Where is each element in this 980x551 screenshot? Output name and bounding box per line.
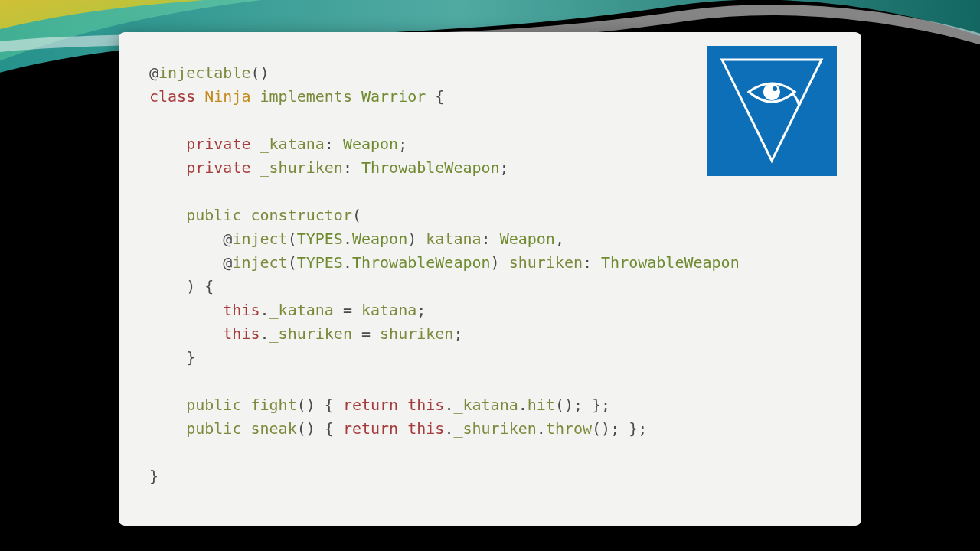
code-token — [149, 348, 186, 367]
code-token — [241, 206, 250, 224]
code-token: , — [555, 230, 564, 248]
code-token: _katana — [453, 396, 518, 414]
code-token — [250, 135, 260, 153]
code-token: : — [482, 230, 500, 248]
code-token: class — [149, 87, 195, 106]
code-token — [426, 87, 435, 106]
code-token: @ — [223, 253, 232, 272]
code-token: ; — [453, 324, 462, 343]
code-card: @injectable() class Ninja implements War… — [119, 32, 861, 526]
code-token: ) { — [186, 277, 214, 295]
code-token: public — [186, 396, 241, 414]
code-token — [195, 87, 204, 106]
code-token: ) — [407, 230, 426, 248]
code-token: katana — [361, 301, 416, 319]
code-token: sneak — [250, 419, 296, 438]
svg-rect-1 — [707, 46, 837, 176]
code-token: : — [583, 253, 601, 272]
code-token: injectable — [158, 64, 250, 82]
code-token — [149, 253, 223, 272]
code-line: } — [149, 467, 158, 485]
code-token: ( — [288, 253, 297, 272]
code-token: ( — [352, 206, 361, 224]
svg-point-4 — [773, 86, 777, 91]
code-token: . — [260, 324, 270, 343]
code-token: _katana — [270, 301, 334, 319]
code-token: TYPES — [297, 230, 343, 248]
code-token: . — [518, 396, 528, 414]
code-token: inject — [232, 230, 287, 248]
code-line: @inject(TYPES.ThrowableWeapon) shuriken:… — [149, 253, 740, 272]
code-token: _shuriken — [260, 158, 343, 177]
code-token: (); }; — [555, 396, 610, 414]
code-token: constructor — [250, 206, 351, 224]
inversifyjs-logo — [707, 46, 837, 176]
code-token: private — [186, 158, 250, 177]
code-token: ThrowableWeapon — [601, 253, 740, 272]
code-token — [149, 206, 186, 224]
code-token: ThrowableWeapon — [361, 158, 500, 177]
code-token: } — [149, 467, 158, 485]
code-token — [398, 396, 407, 414]
code-token — [149, 419, 186, 438]
svg-point-3 — [763, 83, 780, 100]
code-line: this._katana = katana; — [149, 301, 426, 319]
code-token: this — [223, 324, 260, 343]
code-token: @ — [149, 64, 158, 82]
code-token: shuriken — [380, 324, 453, 343]
code-token — [149, 277, 186, 295]
code-line: ) { — [149, 277, 214, 295]
code-token: () { — [297, 419, 343, 438]
code-token: . — [343, 253, 352, 272]
code-line: public constructor( — [149, 206, 361, 224]
code-token: this — [407, 396, 444, 414]
code-token — [149, 396, 186, 414]
code-token: fight — [250, 396, 296, 414]
code-token: ; — [500, 158, 509, 177]
code-line: @inject(TYPES.Weapon) katana: Weapon, — [149, 230, 564, 248]
code-token — [241, 419, 250, 438]
code-token: implements — [260, 87, 352, 106]
code-token: { — [435, 87, 444, 106]
code-token: = — [352, 324, 380, 343]
code-token: Weapon — [343, 135, 398, 153]
code-token: . — [537, 419, 546, 438]
code-token: @ — [223, 230, 232, 248]
code-token — [149, 158, 186, 177]
code-token: this — [407, 419, 444, 438]
code-token: _shuriken — [270, 324, 352, 343]
code-token: Warrior — [361, 87, 426, 106]
code-token: this — [223, 301, 260, 319]
code-token: . — [444, 419, 453, 438]
code-line: } — [149, 348, 195, 367]
code-token — [250, 158, 260, 177]
code-token — [241, 396, 250, 414]
code-token — [250, 87, 260, 106]
code-token: () { — [297, 396, 343, 414]
code-token: = — [334, 301, 361, 319]
code-token: hit — [528, 396, 555, 414]
code-token: (); }; — [592, 419, 647, 438]
code-token: . — [343, 230, 352, 248]
code-token: inject — [232, 253, 287, 272]
code-token: . — [444, 396, 453, 414]
code-token: : — [325, 135, 343, 153]
code-token: . — [260, 301, 270, 319]
code-token: () — [250, 64, 269, 82]
code-line: public sneak() { return this._shuriken.t… — [149, 419, 647, 438]
code-line: private _shuriken: ThrowableWeapon; — [149, 158, 509, 177]
code-line: this._shuriken = shuriken; — [149, 324, 462, 343]
code-token: _shuriken — [453, 419, 536, 438]
code-token: ) — [491, 253, 509, 272]
code-token: shuriken — [509, 253, 583, 272]
code-token: return — [343, 419, 398, 438]
code-token — [149, 230, 223, 248]
code-token: Weapon — [352, 230, 407, 248]
code-token: ; — [398, 135, 407, 153]
code-token: ( — [288, 230, 297, 248]
code-token: TYPES — [297, 253, 343, 272]
code-line: class Ninja implements Warrior { — [149, 87, 444, 106]
code-token — [149, 301, 223, 319]
code-token: Ninja — [204, 87, 250, 106]
code-token: public — [186, 419, 241, 438]
